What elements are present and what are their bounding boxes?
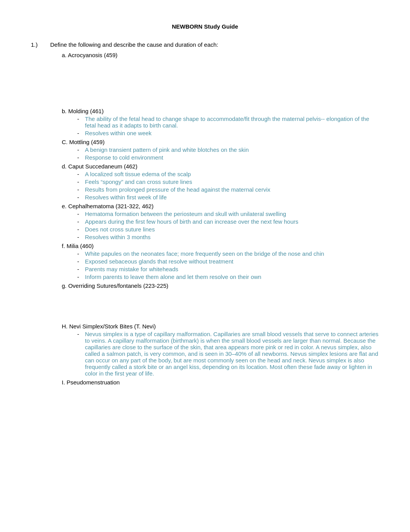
section-d-bullet-2: - Feels “spongy” and can cross suture li… — [77, 178, 379, 185]
section-c-label: C. Mottling (459) — [62, 139, 379, 145]
dash-icon: - — [77, 266, 85, 272]
section-e-label: e. Cephalhematoma (321-322, 462) — [62, 203, 379, 209]
section-c-bullet-2: - Response to cold environment — [77, 154, 379, 161]
dash-icon: - — [77, 171, 85, 177]
dash-icon: - — [77, 234, 85, 240]
section-h-label: H. Nevi Simplex/Stork Bites (T. Nevi) — [62, 323, 379, 330]
section-h-bullet-1: - Nevus simplex is a type of capillary m… — [77, 331, 379, 377]
page-title: NEWBORN Study Guide — [31, 23, 379, 30]
section-f-bullet-3: - Parents may mistake for whiteheads — [77, 266, 379, 272]
dash-icon: - — [77, 146, 85, 153]
dash-icon: - — [77, 250, 85, 257]
section-e-bullet-2: - Appears during the first few hours of … — [77, 218, 379, 225]
section-f-bullet-4: - Inform parents to leave them alone and… — [77, 274, 379, 280]
section-f-bullet-2: - Exposed sebaceous glands that resolve … — [77, 258, 379, 265]
section-g-label: g. Overriding Sutures/fontanels (223-225… — [62, 282, 379, 289]
section-d-label: d. Caput Succedaneum (462) — [62, 163, 379, 170]
dash-icon: - — [77, 178, 85, 185]
dash-icon: - — [77, 226, 85, 233]
dash-icon: - — [77, 154, 85, 161]
section-i-label: I. Pseudomenstruation — [62, 379, 379, 386]
dash-icon: - — [77, 130, 85, 136]
section-d-bullet-1: - A localized soft tissue edema of the s… — [77, 171, 379, 177]
section-b-bullet-1: - The ability of the fetal head to chang… — [77, 116, 379, 129]
dash-icon: - — [77, 211, 85, 217]
section-e-bullet-4: - Resolves within 3 months — [77, 234, 379, 240]
question-1-block: 1.) Define the following and describe th… — [31, 41, 379, 48]
section-b-label: b. Molding (461) — [62, 108, 379, 114]
dash-icon: - — [77, 218, 85, 225]
section-d-bullet-3: - Results from prolonged pressure of the… — [77, 186, 379, 193]
section-a: a. Acrocyanosis (459) — [62, 52, 379, 58]
section-e-bullet-1: - Hematoma formation between the periost… — [77, 211, 379, 217]
section-c-bullet-1: - A benign transient pattern of pink and… — [77, 146, 379, 153]
dash-icon: - — [77, 274, 85, 280]
question-number: 1.) — [31, 41, 50, 48]
section-f-bullet-1: - White papules on the neonates face; mo… — [77, 250, 379, 257]
question-text: Define the following and describe the ca… — [50, 41, 218, 48]
dash-icon: - — [77, 331, 85, 377]
section-b-bullet-2: - Resolves within one week — [77, 130, 379, 136]
section-e-bullet-3: - Does not cross suture lines — [77, 226, 379, 233]
dash-icon: - — [77, 116, 85, 129]
section-d-bullet-4: - Resolves within first week of life — [77, 194, 379, 201]
dash-icon: - — [77, 194, 85, 201]
dash-icon: - — [77, 258, 85, 265]
dash-icon: - — [77, 186, 85, 193]
section-f-label: f. Milia (460) — [62, 243, 379, 249]
